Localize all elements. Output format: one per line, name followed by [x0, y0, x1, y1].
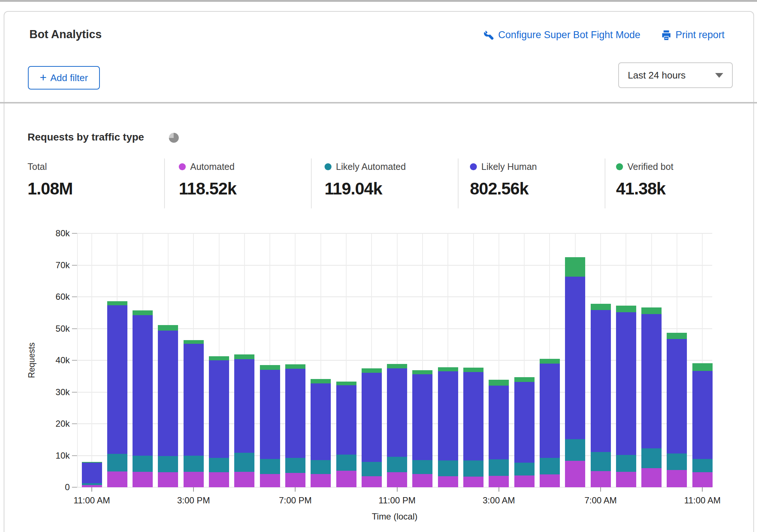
stat-likely-automated[interactable]: Likely Automated 119.04k: [325, 161, 457, 198]
bar-segment-likely-human[interactable]: [82, 463, 102, 483]
bar-segment-likely-human[interactable]: [234, 359, 254, 452]
bar-segment-likely-automated[interactable]: [133, 456, 153, 472]
bar-segment-likely-human[interactable]: [540, 364, 560, 458]
bar-segment-automated[interactable]: [234, 472, 254, 487]
bar-segment-likely-automated[interactable]: [641, 448, 662, 468]
bar-segment-automated[interactable]: [591, 471, 611, 487]
bar-segment-likely-human[interactable]: [514, 382, 535, 463]
bar-segment-likely-human[interactable]: [107, 305, 127, 454]
stacked-bar[interactable]: [463, 368, 483, 487]
stacked-bar[interactable]: [616, 306, 636, 487]
bar-segment-likely-human[interactable]: [209, 360, 229, 458]
bar-segment-automated[interactable]: [285, 473, 305, 487]
bar-segment-likely-automated[interactable]: [158, 456, 178, 472]
bar-segment-verified-bot[interactable]: [412, 370, 432, 374]
bar-segment-likely-automated[interactable]: [438, 460, 458, 476]
stacked-bar[interactable]: [540, 359, 560, 487]
stacked-bar[interactable]: [184, 340, 204, 487]
stacked-bar[interactable]: [82, 462, 102, 487]
stacked-bar[interactable]: [591, 304, 611, 487]
bar-segment-likely-human[interactable]: [591, 310, 611, 452]
stacked-bar[interactable]: [489, 380, 509, 487]
stacked-bar[interactable]: [412, 370, 432, 487]
bar-segment-verified-bot[interactable]: [438, 367, 458, 371]
stacked-bar[interactable]: [565, 257, 585, 487]
bar-segment-likely-automated[interactable]: [616, 455, 636, 472]
bar-segment-likely-automated[interactable]: [311, 460, 331, 474]
bar-segment-automated[interactable]: [107, 471, 127, 487]
bar-segment-verified-bot[interactable]: [692, 363, 713, 371]
bar-segment-likely-automated[interactable]: [565, 439, 585, 461]
bar-segment-likely-automated[interactable]: [489, 459, 509, 476]
bar-segment-likely-human[interactable]: [311, 383, 331, 460]
bar-segment-likely-human[interactable]: [463, 372, 483, 460]
stacked-bar[interactable]: [514, 377, 535, 487]
bar-segment-automated[interactable]: [565, 461, 585, 487]
bar-segment-likely-human[interactable]: [412, 374, 432, 460]
bar-segment-verified-bot[interactable]: [107, 301, 127, 305]
bar-segment-verified-bot[interactable]: [540, 359, 560, 364]
bar-segment-verified-bot[interactable]: [133, 310, 153, 315]
stacked-bar[interactable]: [692, 363, 713, 487]
bar-segment-verified-bot[interactable]: [260, 365, 280, 370]
bar-segment-likely-human[interactable]: [692, 371, 713, 459]
bar-segment-automated[interactable]: [489, 476, 509, 487]
stacked-bar[interactable]: [209, 356, 229, 487]
bar-segment-automated[interactable]: [311, 474, 331, 487]
bar-segment-likely-human[interactable]: [667, 339, 687, 453]
bar-segment-automated[interactable]: [667, 470, 687, 487]
bar-segment-verified-bot[interactable]: [285, 364, 305, 368]
bar-segment-automated[interactable]: [184, 472, 204, 487]
bar-segment-likely-automated[interactable]: [184, 456, 204, 472]
stacked-bar[interactable]: [260, 365, 280, 487]
print-report-link[interactable]: Print report: [661, 29, 725, 41]
bar-segment-likely-human[interactable]: [387, 368, 407, 457]
stacked-bar[interactable]: [234, 354, 254, 487]
bar-segment-likely-human[interactable]: [438, 371, 458, 460]
bar-segment-verified-bot[interactable]: [336, 382, 356, 385]
bar-segment-verified-bot[interactable]: [158, 325, 178, 331]
bar-segment-likely-human[interactable]: [133, 315, 153, 455]
bar-segment-likely-human[interactable]: [489, 386, 509, 459]
bar-segment-verified-bot[interactable]: [667, 333, 687, 339]
bar-segment-verified-bot[interactable]: [184, 340, 204, 344]
bar-segment-automated[interactable]: [260, 474, 280, 487]
bar-segment-automated[interactable]: [641, 468, 662, 487]
bar-segment-verified-bot[interactable]: [311, 379, 331, 383]
bar-segment-likely-automated[interactable]: [540, 458, 560, 475]
bar-segment-verified-bot[interactable]: [616, 306, 636, 312]
stacked-bar[interactable]: [667, 333, 687, 487]
stacked-bar[interactable]: [285, 364, 305, 487]
bar-segment-likely-automated[interactable]: [692, 459, 713, 472]
bar-segment-automated[interactable]: [616, 472, 636, 487]
time-range-dropdown[interactable]: Last 24 hours: [618, 62, 733, 88]
bar-segment-automated[interactable]: [387, 472, 407, 487]
stacked-bar[interactable]: [311, 379, 331, 487]
bar-segment-likely-human[interactable]: [362, 373, 382, 462]
stacked-bar[interactable]: [133, 310, 153, 487]
bar-segment-automated[interactable]: [336, 471, 356, 487]
bar-segment-likely-automated[interactable]: [209, 458, 229, 473]
bar-segment-likely-automated[interactable]: [387, 457, 407, 472]
stacked-bar[interactable]: [387, 364, 407, 487]
bar-segment-likely-human[interactable]: [565, 277, 585, 439]
bar-segment-likely-human[interactable]: [336, 385, 356, 455]
bar-segment-automated[interactable]: [438, 476, 458, 487]
stacked-bar[interactable]: [438, 367, 458, 487]
bar-segment-automated[interactable]: [540, 474, 560, 487]
stacked-bar[interactable]: [107, 301, 127, 487]
bar-segment-likely-human[interactable]: [616, 312, 636, 455]
stat-verified-bot[interactable]: Verified bot 41.38k: [616, 161, 748, 198]
bar-segment-likely-automated[interactable]: [412, 460, 432, 474]
bar-segment-verified-bot[interactable]: [514, 377, 535, 382]
bar-segment-likely-human[interactable]: [158, 331, 178, 456]
bar-segment-verified-bot[interactable]: [234, 354, 254, 359]
bar-segment-likely-automated[interactable]: [260, 459, 280, 474]
bar-segment-automated[interactable]: [463, 477, 483, 487]
bar-segment-automated[interactable]: [209, 472, 229, 487]
stacked-bar[interactable]: [641, 307, 662, 487]
stacked-bar[interactable]: [362, 368, 382, 487]
stacked-bar[interactable]: [336, 382, 356, 487]
bar-segment-automated[interactable]: [158, 472, 178, 487]
bar-segment-verified-bot[interactable]: [591, 304, 611, 310]
